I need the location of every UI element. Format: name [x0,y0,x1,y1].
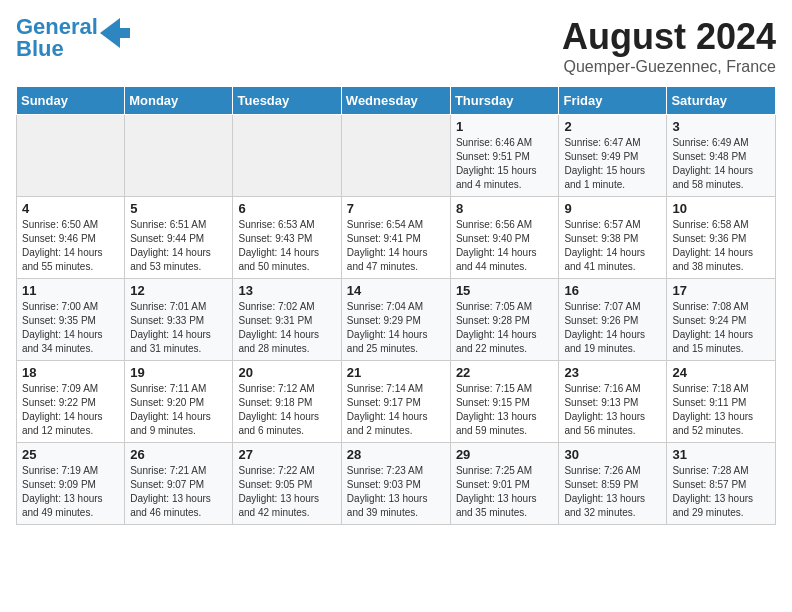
day-info: Sunrise: 7:00 AM Sunset: 9:35 PM Dayligh… [22,300,119,356]
day-info: Sunrise: 6:57 AM Sunset: 9:38 PM Dayligh… [564,218,661,274]
day-header-saturday: Saturday [667,87,776,115]
calendar-cell: 10Sunrise: 6:58 AM Sunset: 9:36 PM Dayli… [667,197,776,279]
day-number: 11 [22,283,119,298]
day-info: Sunrise: 7:21 AM Sunset: 9:07 PM Dayligh… [130,464,227,520]
calendar-cell: 11Sunrise: 7:00 AM Sunset: 9:35 PM Dayli… [17,279,125,361]
calendar-cell: 6Sunrise: 6:53 AM Sunset: 9:43 PM Daylig… [233,197,341,279]
day-info: Sunrise: 6:58 AM Sunset: 9:36 PM Dayligh… [672,218,770,274]
day-header-monday: Monday [125,87,233,115]
day-number: 23 [564,365,661,380]
calendar-cell: 22Sunrise: 7:15 AM Sunset: 9:15 PM Dayli… [450,361,559,443]
calendar-week-row: 11Sunrise: 7:00 AM Sunset: 9:35 PM Dayli… [17,279,776,361]
calendar-cell [17,115,125,197]
title-block: August 2024 Quemper-Guezennec, France [562,16,776,76]
calendar-cell: 28Sunrise: 7:23 AM Sunset: 9:03 PM Dayli… [341,443,450,525]
page-title: August 2024 [562,16,776,58]
calendar-cell: 24Sunrise: 7:18 AM Sunset: 9:11 PM Dayli… [667,361,776,443]
day-number: 5 [130,201,227,216]
calendar-table: SundayMondayTuesdayWednesdayThursdayFrid… [16,86,776,525]
day-info: Sunrise: 6:54 AM Sunset: 9:41 PM Dayligh… [347,218,445,274]
day-info: Sunrise: 7:25 AM Sunset: 9:01 PM Dayligh… [456,464,554,520]
day-number: 16 [564,283,661,298]
day-info: Sunrise: 6:49 AM Sunset: 9:48 PM Dayligh… [672,136,770,192]
day-number: 10 [672,201,770,216]
day-number: 17 [672,283,770,298]
calendar-cell: 15Sunrise: 7:05 AM Sunset: 9:28 PM Dayli… [450,279,559,361]
page-subtitle: Quemper-Guezennec, France [562,58,776,76]
day-info: Sunrise: 7:26 AM Sunset: 8:59 PM Dayligh… [564,464,661,520]
day-number: 18 [22,365,119,380]
calendar-cell: 13Sunrise: 7:02 AM Sunset: 9:31 PM Dayli… [233,279,341,361]
day-header-wednesday: Wednesday [341,87,450,115]
day-info: Sunrise: 7:02 AM Sunset: 9:31 PM Dayligh… [238,300,335,356]
day-number: 6 [238,201,335,216]
calendar-cell: 14Sunrise: 7:04 AM Sunset: 9:29 PM Dayli… [341,279,450,361]
day-info: Sunrise: 7:22 AM Sunset: 9:05 PM Dayligh… [238,464,335,520]
calendar-cell: 8Sunrise: 6:56 AM Sunset: 9:40 PM Daylig… [450,197,559,279]
day-number: 31 [672,447,770,462]
calendar-cell: 25Sunrise: 7:19 AM Sunset: 9:09 PM Dayli… [17,443,125,525]
calendar-cell: 31Sunrise: 7:28 AM Sunset: 8:57 PM Dayli… [667,443,776,525]
day-header-sunday: Sunday [17,87,125,115]
day-info: Sunrise: 6:56 AM Sunset: 9:40 PM Dayligh… [456,218,554,274]
day-info: Sunrise: 7:28 AM Sunset: 8:57 PM Dayligh… [672,464,770,520]
day-number: 25 [22,447,119,462]
calendar-cell: 7Sunrise: 6:54 AM Sunset: 9:41 PM Daylig… [341,197,450,279]
calendar-cell: 27Sunrise: 7:22 AM Sunset: 9:05 PM Dayli… [233,443,341,525]
day-info: Sunrise: 6:51 AM Sunset: 9:44 PM Dayligh… [130,218,227,274]
day-header-tuesday: Tuesday [233,87,341,115]
page-header: GeneralBlue August 2024 Quemper-Guezenne… [16,16,776,76]
day-header-friday: Friday [559,87,667,115]
day-number: 24 [672,365,770,380]
day-number: 14 [347,283,445,298]
day-info: Sunrise: 7:15 AM Sunset: 9:15 PM Dayligh… [456,382,554,438]
calendar-week-row: 25Sunrise: 7:19 AM Sunset: 9:09 PM Dayli… [17,443,776,525]
day-number: 12 [130,283,227,298]
day-number: 15 [456,283,554,298]
calendar-cell: 29Sunrise: 7:25 AM Sunset: 9:01 PM Dayli… [450,443,559,525]
day-number: 8 [456,201,554,216]
day-info: Sunrise: 7:12 AM Sunset: 9:18 PM Dayligh… [238,382,335,438]
day-number: 29 [456,447,554,462]
calendar-cell: 21Sunrise: 7:14 AM Sunset: 9:17 PM Dayli… [341,361,450,443]
day-info: Sunrise: 7:09 AM Sunset: 9:22 PM Dayligh… [22,382,119,438]
logo: GeneralBlue [16,16,130,60]
day-info: Sunrise: 7:08 AM Sunset: 9:24 PM Dayligh… [672,300,770,356]
calendar-cell: 23Sunrise: 7:16 AM Sunset: 9:13 PM Dayli… [559,361,667,443]
day-number: 1 [456,119,554,134]
calendar-cell: 16Sunrise: 7:07 AM Sunset: 9:26 PM Dayli… [559,279,667,361]
calendar-cell: 1Sunrise: 6:46 AM Sunset: 9:51 PM Daylig… [450,115,559,197]
calendar-cell: 4Sunrise: 6:50 AM Sunset: 9:46 PM Daylig… [17,197,125,279]
day-info: Sunrise: 6:50 AM Sunset: 9:46 PM Dayligh… [22,218,119,274]
day-number: 9 [564,201,661,216]
calendar-cell [125,115,233,197]
day-number: 13 [238,283,335,298]
day-info: Sunrise: 7:07 AM Sunset: 9:26 PM Dayligh… [564,300,661,356]
calendar-week-row: 1Sunrise: 6:46 AM Sunset: 9:51 PM Daylig… [17,115,776,197]
day-info: Sunrise: 6:53 AM Sunset: 9:43 PM Dayligh… [238,218,335,274]
calendar-cell [341,115,450,197]
day-number: 22 [456,365,554,380]
logo-text: GeneralBlue [16,16,98,60]
svg-marker-0 [100,18,130,48]
day-info: Sunrise: 7:11 AM Sunset: 9:20 PM Dayligh… [130,382,227,438]
calendar-cell: 12Sunrise: 7:01 AM Sunset: 9:33 PM Dayli… [125,279,233,361]
day-info: Sunrise: 7:18 AM Sunset: 9:11 PM Dayligh… [672,382,770,438]
calendar-week-row: 4Sunrise: 6:50 AM Sunset: 9:46 PM Daylig… [17,197,776,279]
day-info: Sunrise: 7:19 AM Sunset: 9:09 PM Dayligh… [22,464,119,520]
day-number: 19 [130,365,227,380]
day-info: Sunrise: 6:46 AM Sunset: 9:51 PM Dayligh… [456,136,554,192]
logo-arrow-icon [100,18,130,48]
calendar-header-row: SundayMondayTuesdayWednesdayThursdayFrid… [17,87,776,115]
calendar-week-row: 18Sunrise: 7:09 AM Sunset: 9:22 PM Dayli… [17,361,776,443]
calendar-cell [233,115,341,197]
calendar-cell: 26Sunrise: 7:21 AM Sunset: 9:07 PM Dayli… [125,443,233,525]
day-number: 28 [347,447,445,462]
day-number: 7 [347,201,445,216]
calendar-cell: 2Sunrise: 6:47 AM Sunset: 9:49 PM Daylig… [559,115,667,197]
calendar-cell: 3Sunrise: 6:49 AM Sunset: 9:48 PM Daylig… [667,115,776,197]
calendar-cell: 17Sunrise: 7:08 AM Sunset: 9:24 PM Dayli… [667,279,776,361]
calendar-cell: 5Sunrise: 6:51 AM Sunset: 9:44 PM Daylig… [125,197,233,279]
day-header-thursday: Thursday [450,87,559,115]
day-number: 20 [238,365,335,380]
